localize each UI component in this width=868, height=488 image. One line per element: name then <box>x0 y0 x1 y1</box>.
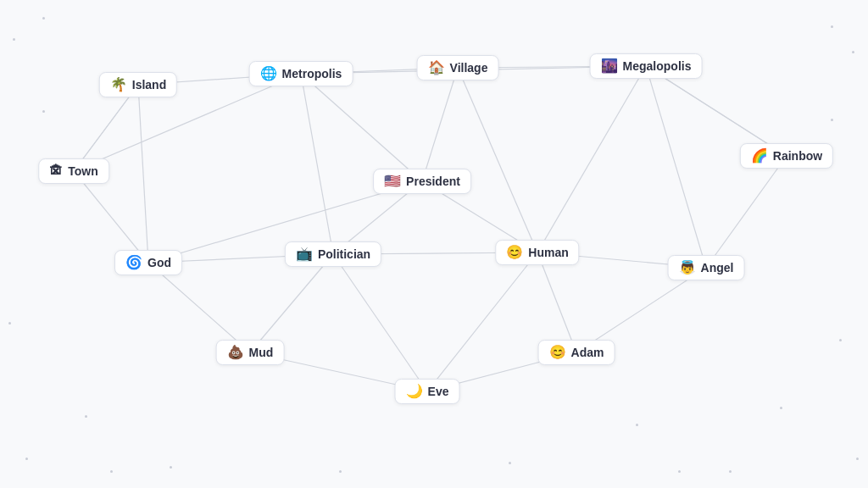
node-label-eve: Eve <box>428 385 449 398</box>
node-label-mud: Mud <box>249 346 274 359</box>
background-dot <box>852 51 854 53</box>
background-dot <box>339 470 342 473</box>
node-icon-adam: 😊 <box>549 346 566 359</box>
node-icon-president: 🇺🇸 <box>384 175 401 188</box>
background-dot <box>780 407 782 409</box>
node-label-town: Town <box>68 164 98 178</box>
node-label-megalopolis: Megalopolis <box>623 59 692 73</box>
node-label-island: Island <box>132 78 166 92</box>
node-megalopolis[interactable]: 🌆Megalopolis <box>590 53 703 79</box>
edge <box>422 68 458 181</box>
node-label-metropolis: Metropolis <box>282 67 342 80</box>
edge <box>301 74 333 254</box>
background-dot <box>25 458 28 460</box>
node-eve[interactable]: 🌙Eve <box>395 379 460 404</box>
edge <box>537 66 646 252</box>
node-icon-rainbow: 🌈 <box>751 149 768 163</box>
node-politician[interactable]: 📺Politician <box>285 241 381 267</box>
background-dot <box>729 470 732 473</box>
background-dot <box>839 339 842 341</box>
background-dot <box>110 470 113 473</box>
node-icon-town: 🏚 <box>49 164 63 178</box>
edge <box>537 252 576 352</box>
background-dot <box>42 110 45 113</box>
node-mud[interactable]: 💩Mud <box>216 340 285 365</box>
node-label-rainbow: Rainbow <box>773 149 822 163</box>
edge <box>706 156 787 268</box>
node-label-adam: Adam <box>571 346 604 359</box>
node-icon-village: 🏠 <box>428 61 445 75</box>
node-label-god: God <box>147 256 171 269</box>
graph-container: 🌴Island🌐Metropolis🏠Village🌆Megalopolis🏚T… <box>0 0 868 488</box>
background-dot <box>13 38 15 41</box>
node-rainbow[interactable]: 🌈Rainbow <box>740 143 833 169</box>
edge <box>301 74 422 181</box>
node-label-human: Human <box>528 246 568 259</box>
background-dot <box>856 458 859 460</box>
node-icon-megalopolis: 🌆 <box>601 59 618 73</box>
background-dot <box>636 424 638 426</box>
node-god[interactable]: 🌀God <box>114 250 182 275</box>
edge <box>458 68 537 252</box>
node-president[interactable]: 🇺🇸President <box>373 169 471 194</box>
background-dot <box>85 415 87 418</box>
background-dot <box>170 466 172 469</box>
node-label-village: Village <box>450 61 488 75</box>
node-metropolis[interactable]: 🌐Metropolis <box>249 61 353 86</box>
node-label-angel: Angel <box>701 261 734 274</box>
background-dot <box>509 462 511 464</box>
node-icon-island: 🌴 <box>110 78 127 92</box>
background-dot <box>8 322 11 324</box>
node-icon-politician: 📺 <box>296 247 313 261</box>
node-label-politician: Politician <box>318 247 370 261</box>
node-adam[interactable]: 😊Adam <box>538 340 615 365</box>
node-island[interactable]: 🌴Island <box>99 72 177 97</box>
node-angel[interactable]: 👼Angel <box>668 255 745 280</box>
background-dot <box>678 470 681 473</box>
background-dot <box>831 119 833 121</box>
node-label-president: President <box>406 175 460 188</box>
edge <box>74 171 148 263</box>
edge <box>333 254 427 391</box>
node-icon-metropolis: 🌐 <box>260 67 277 80</box>
node-human[interactable]: 😊Human <box>495 240 579 265</box>
edge <box>427 252 537 391</box>
node-town[interactable]: 🏚Town <box>38 158 109 184</box>
edge <box>138 85 148 263</box>
background-dot <box>42 17 45 19</box>
node-icon-god: 🌀 <box>125 256 142 269</box>
node-icon-angel: 👼 <box>679 261 696 274</box>
edge <box>646 66 706 268</box>
background-dot <box>831 25 833 28</box>
node-village[interactable]: 🏠Village <box>417 55 499 80</box>
node-icon-eve: 🌙 <box>406 385 423 398</box>
node-icon-human: 😊 <box>506 246 523 259</box>
edge <box>250 254 333 352</box>
node-icon-mud: 💩 <box>227 346 244 359</box>
